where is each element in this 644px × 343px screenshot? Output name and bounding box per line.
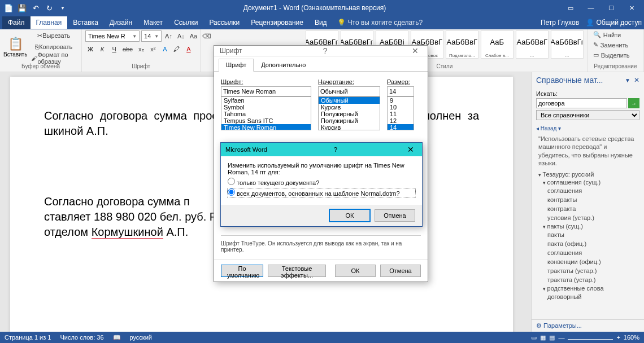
tellme[interactable]: 💡 Что вы хотите сделать?: [337, 19, 423, 27]
status-lang[interactable]: русский: [130, 334, 152, 341]
pane-dropdown-icon[interactable]: ▼: [625, 77, 630, 83]
bold-icon[interactable]: Ж: [85, 44, 95, 54]
list-item[interactable]: Полужирный: [319, 111, 380, 117]
view-read-icon[interactable]: ▭: [531, 334, 537, 341]
font-name-combo[interactable]: Times New R▼: [85, 30, 140, 42]
tab-file[interactable]: Файл: [2, 16, 31, 29]
user-name[interactable]: Петр Глухов: [541, 19, 579, 27]
thesaurus-item[interactable]: договорный: [538, 292, 639, 301]
save-icon[interactable]: 💾: [16, 2, 28, 14]
thesaurus-item[interactable]: условия (устар.): [538, 213, 639, 222]
text-effect-icon[interactable]: A: [160, 44, 170, 54]
zoom-level[interactable]: 160%: [624, 334, 639, 341]
ribbon-opts-icon[interactable]: ▭: [560, 0, 581, 16]
maximize-icon[interactable]: ☐: [601, 0, 621, 16]
format-painter-button[interactable]: 🖌 Формат по образцу: [29, 53, 78, 63]
italic-icon[interactable]: К: [97, 44, 107, 54]
font-size-input[interactable]: [387, 86, 414, 96]
font-size-list[interactable]: 910111214: [387, 96, 414, 130]
source-select[interactable]: Все справочники: [536, 110, 639, 120]
list-item[interactable]: Курсив: [319, 104, 380, 111]
back-link[interactable]: ◂ Назад ▾: [532, 124, 644, 133]
copy-button[interactable]: ⎘ Копировать: [29, 42, 78, 52]
zoom-slider[interactable]: [568, 339, 613, 341]
font-color-icon[interactable]: A: [184, 44, 194, 54]
font-ok-button[interactable]: ОК: [335, 265, 376, 277]
view-print-icon[interactable]: ▦: [540, 334, 546, 341]
view-web-icon[interactable]: ▤: [549, 334, 555, 341]
replace-button[interactable]: ✎ Заменить: [591, 41, 632, 49]
params-link[interactable]: ⚙ Параметры...: [532, 319, 644, 332]
minimize-icon[interactable]: —: [581, 0, 601, 16]
radio-current-doc[interactable]: только текущего документа?: [228, 178, 415, 186]
thesaurus-item[interactable]: пакта (офиц.): [538, 239, 639, 248]
qat-more-icon[interactable]: ▼: [56, 2, 69, 14]
thesaurus-item[interactable]: трактаты (устар.): [538, 266, 639, 275]
font-size-combo[interactable]: 14▼: [141, 30, 162, 42]
font-cancel-button[interactable]: Отмена: [380, 265, 421, 277]
style-item[interactable]: АаБбВвГПодзаголо...: [446, 30, 478, 59]
style-item[interactable]: АаБСлабое в...: [481, 30, 514, 59]
highlight-icon[interactable]: 🖍: [172, 44, 182, 54]
list-item[interactable]: Обычный: [319, 97, 380, 104]
msgbox-close-icon[interactable]: ✕: [404, 145, 417, 154]
thesaurus-item[interactable]: соглашения: [538, 186, 639, 195]
font-name-list[interactable]: SylfaenSymbolTahomaTempus Sans ITCTimes …: [221, 96, 311, 130]
help-icon[interactable]: ?: [320, 46, 331, 55]
thesaurus-item[interactable]: трактата (устар.): [538, 275, 639, 284]
list-item[interactable]: Tempus Sans ITC: [221, 117, 311, 124]
paste-button[interactable]: 📋Вставить: [3, 30, 27, 63]
msgbox-ok-button[interactable]: ОК: [329, 209, 370, 222]
subscript-icon[interactable]: x₂: [136, 44, 146, 54]
search-go-button[interactable]: →: [628, 98, 639, 108]
text-effects-button[interactable]: Текстовые эффекты...: [268, 265, 326, 277]
status-words[interactable]: Число слов: 36: [60, 334, 103, 341]
style-item[interactable]: АаБбВвГг...: [551, 30, 584, 59]
thesaurus-category[interactable]: соглашения (сущ.): [538, 178, 639, 186]
underline-icon[interactable]: Ч: [109, 44, 119, 54]
tab-insert[interactable]: Вставка: [67, 16, 104, 29]
tab-references[interactable]: Ссылки: [168, 16, 203, 29]
msgbox-help-icon[interactable]: ?: [329, 146, 342, 153]
thesaurus-item[interactable]: соглашения: [538, 248, 639, 257]
grow-font-icon[interactable]: A↑: [163, 31, 174, 41]
status-proofing-icon[interactable]: 📖: [113, 334, 121, 341]
list-item[interactable]: Symbol: [221, 104, 311, 111]
strikethrough-icon[interactable]: abc: [121, 44, 134, 54]
cut-button[interactable]: ✂ Вырезать: [29, 30, 78, 41]
thesaurus-header[interactable]: Тезаурус: русский: [538, 170, 639, 178]
list-item[interactable]: Tahoma: [221, 111, 311, 117]
font-dialog-tab-advanced[interactable]: Дополнительно: [254, 59, 313, 71]
tab-mailings[interactable]: Рассылки: [203, 16, 245, 29]
tab-home[interactable]: Главная: [31, 16, 68, 29]
thesaurus-item[interactable]: конвенции (офиц.): [538, 257, 639, 266]
msgbox-cancel-button[interactable]: Отмена: [375, 209, 415, 222]
thesaurus-item[interactable]: контракта: [538, 204, 639, 213]
thesaurus-item[interactable]: пакты: [538, 230, 639, 239]
list-item[interactable]: 12: [388, 117, 414, 124]
list-item[interactable]: 11: [388, 111, 414, 117]
font-style-list[interactable]: ОбычныйКурсивПолужирныйПолужирный Курсив: [318, 96, 380, 130]
radio-all-docs[interactable]: всех документов, основанных на шаблоне N…: [228, 188, 415, 197]
change-case-icon[interactable]: Aa: [188, 31, 199, 41]
set-default-button[interactable]: По умолчанию: [221, 265, 263, 277]
tab-review[interactable]: Рецензирование: [245, 16, 309, 29]
list-item[interactable]: Полужирный Курсив: [319, 117, 380, 130]
thesaurus-category[interactable]: пакты (сущ.): [538, 222, 639, 230]
list-item[interactable]: Times New Roman: [221, 124, 311, 130]
list-item[interactable]: Sylfaen: [221, 97, 311, 104]
font-dialog-tab-font[interactable]: Шрифт: [219, 59, 254, 72]
chevron-down-icon[interactable]: ▼: [132, 34, 137, 39]
share-button[interactable]: 👤 Общий доступ: [586, 19, 642, 27]
close-icon[interactable]: ✕: [621, 0, 642, 16]
app-icon[interactable]: 📄: [2, 2, 15, 14]
redo-icon[interactable]: ↻: [43, 2, 55, 14]
search-input[interactable]: [536, 98, 627, 108]
chevron-down-icon[interactable]: ▼: [154, 34, 159, 39]
font-style-input[interactable]: [318, 86, 380, 96]
list-item[interactable]: 14: [388, 124, 414, 130]
tab-design[interactable]: Дизайн: [104, 16, 138, 29]
dialog-close-icon[interactable]: ✕: [408, 46, 422, 55]
select-button[interactable]: ▭ Выделить: [591, 51, 632, 59]
zoom-out-icon[interactable]: —: [558, 334, 564, 341]
